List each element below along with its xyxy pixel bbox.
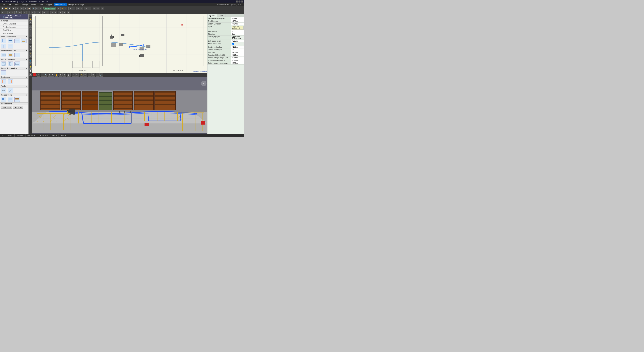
tb2-align-l[interactable]: ⫷ bbox=[31, 10, 34, 14]
3d-zoom[interactable]: 🔍 bbox=[44, 73, 48, 77]
rollers-option[interactable]: Rollers bbox=[236, 36, 240, 37]
copy-button[interactable]: ⧉ bbox=[24, 7, 27, 10]
menu-tools[interactable]: Tools bbox=[13, 3, 20, 6]
export-racks-button[interactable]: Export rack(s) bbox=[1, 106, 12, 109]
prot-column[interactable] bbox=[8, 79, 13, 84]
text-button[interactable]: T bbox=[88, 7, 92, 10]
zoom-in-button[interactable]: 🔍 bbox=[32, 7, 35, 10]
linde-logo-button[interactable]: L bbox=[33, 73, 36, 76]
2d-view[interactable]: OK FFR -0,03 OK FFR -0,03 OK FFR -0,03 S… bbox=[32, 14, 207, 73]
comp-frame[interactable] bbox=[1, 38, 6, 43]
tb2-zoom[interactable]: 🔍 bbox=[15, 10, 18, 14]
menu-marketplace[interactable]: Marketplace bbox=[54, 3, 67, 6]
vt-rack[interactable]: ▦ bbox=[29, 38, 32, 41]
menu-design[interactable]: Design (Show all) ▾ bbox=[67, 3, 86, 6]
paste-button[interactable]: 📋 bbox=[27, 7, 31, 10]
excel-reports-button[interactable]: Excel reports bbox=[13, 106, 23, 109]
3d-ortho[interactable]: ⊟ bbox=[63, 73, 66, 77]
menu-file[interactable]: File bbox=[1, 3, 6, 6]
tb2-select[interactable]: ↖ bbox=[1, 10, 4, 14]
vt-text[interactable]: T bbox=[29, 55, 32, 58]
settings-gear-button[interactable]: ⚙ bbox=[100, 7, 104, 10]
new-button[interactable]: 📄 bbox=[1, 7, 4, 10]
tb2-scale[interactable]: ⤡ bbox=[8, 10, 11, 14]
la-rod[interactable] bbox=[14, 53, 20, 57]
vt-measure[interactable]: 📏 bbox=[29, 52, 32, 55]
bay-editor-item[interactable]: Bay Editor bbox=[0, 29, 28, 32]
wheels-option[interactable]: Wheels bbox=[232, 37, 237, 39]
zoom-out-button[interactable]: 🔍 bbox=[36, 7, 39, 10]
3d-move[interactable]: ✛ bbox=[40, 73, 44, 77]
tb2-view2d[interactable]: 2 bbox=[54, 10, 57, 14]
quick-tab[interactable]: Quick bbox=[208, 14, 217, 17]
comp-shelf[interactable] bbox=[14, 38, 20, 43]
snap-button[interactable]: ⊡ bbox=[80, 7, 83, 10]
menu-help[interactable]: Help bbox=[38, 3, 44, 6]
vt-world[interactable]: 🌐 bbox=[29, 59, 32, 62]
comp-beam[interactable] bbox=[8, 38, 13, 43]
ba-back[interactable] bbox=[1, 61, 6, 66]
tb2-delete[interactable]: 🗑 bbox=[58, 10, 62, 14]
comp-divider[interactable] bbox=[1, 44, 6, 48]
3d-view[interactable]: N bbox=[32, 77, 207, 134]
vt-zoom[interactable]: ⊕ bbox=[29, 21, 32, 24]
vt-settings[interactable]: ⚙ bbox=[29, 73, 32, 76]
ba-side[interactable] bbox=[8, 61, 13, 66]
tb2-align-r[interactable]: ⫸ bbox=[34, 10, 38, 14]
la-wood[interactable] bbox=[8, 53, 13, 57]
tool-ruler[interactable] bbox=[1, 88, 6, 93]
show-all-tabs-button[interactable]: Show all tabs bbox=[44, 7, 56, 9]
prot-corner[interactable] bbox=[1, 79, 6, 84]
tb2-view3d[interactable]: 3 bbox=[50, 10, 54, 14]
select-button[interactable]: ↖ bbox=[57, 7, 60, 10]
close-button[interactable]: ✕ bbox=[241, 0, 243, 2]
cut-button[interactable]: ✂ bbox=[20, 7, 24, 10]
3d-fit[interactable]: ⊡ bbox=[48, 73, 51, 77]
comp-guard[interactable] bbox=[8, 44, 13, 48]
vt-light[interactable]: 💡 bbox=[29, 65, 32, 68]
tb2-property[interactable]: ≡ bbox=[63, 10, 66, 14]
dim-button[interactable]: ↔ bbox=[84, 7, 88, 10]
rotate-button[interactable]: ↻ bbox=[64, 7, 67, 10]
save-button[interactable]: 💾 bbox=[8, 7, 11, 10]
3d-button[interactable]: 3D bbox=[92, 7, 96, 10]
ba-top[interactable] bbox=[14, 61, 20, 66]
unit-load-editor-item[interactable]: Unit Load Editor bbox=[0, 22, 28, 25]
3d-section[interactable]: ⊠ bbox=[92, 73, 95, 77]
vt-pan[interactable]: ✋ bbox=[29, 17, 32, 21]
3d-persp[interactable]: ⊞ bbox=[59, 73, 62, 77]
chute-option[interactable]: Chute bbox=[237, 37, 241, 39]
maximize-button[interactable]: □ bbox=[238, 0, 240, 2]
3d-text[interactable]: T bbox=[83, 73, 87, 77]
mirror-h-button[interactable]: ↔ bbox=[68, 7, 72, 10]
pan-button[interactable]: ✋ bbox=[60, 7, 64, 10]
fa-foot[interactable] bbox=[1, 70, 6, 75]
3d-rot[interactable]: ↻ bbox=[51, 73, 54, 77]
vt-rect[interactable]: □ bbox=[29, 31, 32, 34]
menu-views[interactable]: Views bbox=[30, 3, 38, 6]
pre-configurator-item[interactable]: Pre Configurator bbox=[0, 25, 28, 29]
tb2-add[interactable]: + bbox=[23, 10, 26, 14]
detail-tab[interactable]: Detail bbox=[217, 14, 226, 17]
grid-button[interactable]: ⊞ bbox=[76, 7, 80, 10]
spread-1[interactable] bbox=[1, 97, 6, 102]
fit-button[interactable]: ⊡ bbox=[39, 7, 42, 10]
spread-2[interactable] bbox=[8, 97, 13, 102]
tb2-ungroup[interactable]: ⊟ bbox=[46, 10, 49, 14]
vt-line[interactable]: ╱ bbox=[29, 28, 32, 31]
open-button[interactable]: 📂 bbox=[4, 7, 8, 10]
3d-render[interactable]: ▶ bbox=[67, 73, 70, 77]
tb2-move[interactable]: ✛ bbox=[4, 10, 8, 14]
tb2-align-t[interactable]: ⫸ bbox=[38, 10, 41, 14]
3d-measure[interactable]: 📏 bbox=[80, 73, 83, 77]
vt-view[interactable]: 👁 bbox=[29, 45, 32, 48]
slats-option[interactable]: Slats bbox=[232, 36, 235, 37]
vt-layer[interactable]: ⊞ bbox=[29, 48, 32, 51]
vt-select[interactable]: ↖ bbox=[29, 14, 32, 17]
2d-button[interactable]: 2D bbox=[96, 7, 100, 10]
vt-circle[interactable]: ○ bbox=[29, 34, 32, 37]
menu-arrange[interactable]: Arrange bbox=[20, 3, 29, 6]
menu-support[interactable]: Support bbox=[44, 3, 54, 6]
tb2-remove[interactable]: − bbox=[26, 10, 30, 14]
vt-dim[interactable]: ↔ bbox=[29, 41, 32, 44]
